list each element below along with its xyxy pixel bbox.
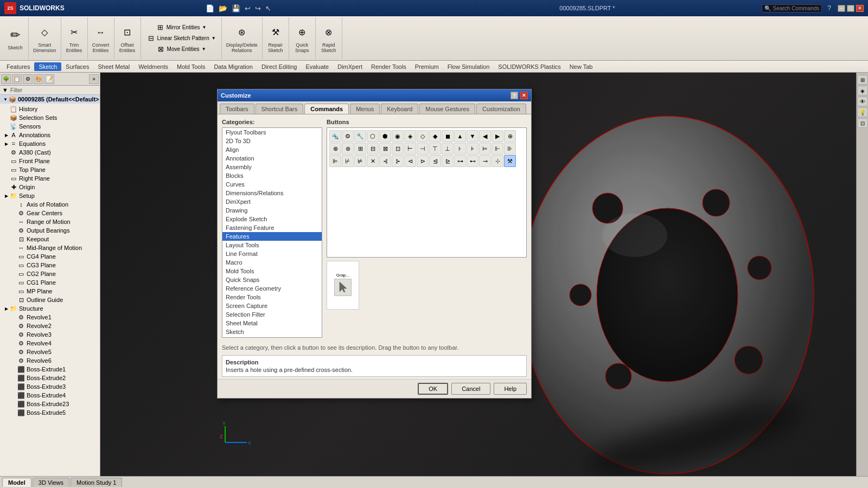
btn-17[interactable]: ⊛ (342, 143, 354, 155)
tree-item-keepout[interactable]: ⊡ Keepout (0, 235, 100, 243)
btn-35[interactable]: ⊰ (379, 155, 391, 167)
menu-mold-tools[interactable]: Mold Tools (173, 62, 209, 71)
tab-motion-study[interactable]: Motion Study 1 (71, 478, 122, 487)
category-screen-capture[interactable]: Screen Capture (222, 301, 322, 310)
category-fastening-feature[interactable]: Fastening Feature (222, 223, 322, 232)
btn-12[interactable]: ▼ (467, 130, 478, 142)
tree-expander[interactable]: ▶ (3, 305, 10, 312)
btn-31[interactable]: ⊫ (329, 155, 341, 167)
restore-btn[interactable]: □ (847, 5, 854, 12)
tab-keyboard[interactable]: Keyboard (381, 104, 418, 114)
convert-entities-button[interactable]: ↔ ConvertEntities (90, 22, 112, 55)
config-tab[interactable]: ⚙ (23, 74, 33, 84)
help-button[interactable]: Help (494, 383, 527, 395)
btn-20[interactable]: ⊠ (379, 143, 391, 155)
close-btn[interactable]: ✕ (856, 5, 864, 12)
expand-panel-btn[interactable]: » (89, 74, 99, 84)
menu-flow-sim[interactable]: Flow Simulation (443, 62, 494, 71)
btn-2[interactable]: ⚙ (342, 130, 354, 142)
tree-item-revolve5[interactable]: ⚙ Revolve5 (0, 348, 100, 356)
feature-tree-tab[interactable]: 🌳 (1, 74, 11, 84)
btn-40[interactable]: ⊵ (442, 155, 454, 167)
select-icon[interactable]: ↖ (265, 4, 271, 12)
properties-tab[interactable]: 📋 (12, 74, 22, 84)
tree-item-a380-(cast)[interactable]: ⚙ A380 (Cast) (0, 148, 100, 157)
tab-customization[interactable]: Customization (476, 104, 526, 114)
btn-7[interactable]: ◈ (404, 130, 416, 142)
tree-item-boss-extrude3[interactable]: ⬛ Boss-Extrude3 (0, 382, 100, 391)
btn-25[interactable]: ⊥ (442, 143, 454, 155)
btn-36[interactable]: ⊱ (392, 155, 404, 167)
tree-item-cg1-plane[interactable]: ▭ CG1 Plane (0, 278, 100, 287)
tree-item-cg4-plane[interactable]: ▭ CG4 Plane (0, 252, 100, 261)
tree-root[interactable]: ▼ 📦 00009285 (Default<<Default> (0, 95, 100, 104)
repair-sketch-button[interactable]: ⚒ RepairSketch (265, 22, 286, 55)
tree-expander[interactable]: ▶ (3, 192, 10, 199)
tree-item-gear-centers[interactable]: ⚙ Gear Centers (0, 209, 100, 217)
display-delete-button[interactable]: ⊛ Display/DeleteRelations (224, 22, 260, 55)
appearance-tab[interactable]: 🎨 (34, 74, 43, 84)
btn-24[interactable]: ⊤ (429, 143, 441, 155)
linear-pattern-dropdown-icon[interactable]: ▼ (212, 36, 216, 41)
category-solidworks-mbd[interactable]: SOLIDWORKS MBD (222, 336, 322, 338)
btn-37[interactable]: ⊲ (404, 155, 416, 167)
undo-icon[interactable]: ↩ (245, 4, 251, 12)
menu-sketch[interactable]: Sketch (34, 62, 61, 71)
tree-item-boss-extrude5[interactable]: ⬛ Boss-Extrude5 (0, 408, 100, 417)
tree-expander[interactable]: ▶ (3, 132, 10, 138)
btn-10[interactable]: ◼ (442, 130, 454, 142)
tree-item-annotations[interactable]: ▶ A Annotations (0, 131, 100, 139)
tree-item-revolve3[interactable]: ⚙ Revolve3 (0, 330, 100, 339)
minimize-btn[interactable]: ─ (838, 5, 845, 12)
btn-22[interactable]: ⊢ (404, 143, 416, 155)
btn-11[interactable]: ▲ (454, 130, 466, 142)
btn-8[interactable]: ◇ (417, 130, 429, 142)
category-line-format[interactable]: Line Format (222, 249, 322, 258)
menu-direct-editing[interactable]: Direct Editing (257, 62, 301, 71)
btn-4[interactable]: ⬡ (367, 130, 379, 142)
category-dimensions/relations[interactable]: Dimensions/Relations (222, 189, 322, 197)
btn-15[interactable]: ⊕ (504, 130, 516, 142)
category-layout-tools[interactable]: Layout Tools (222, 241, 322, 249)
category-mold-tools[interactable]: Mold Tools (222, 267, 322, 275)
tree-item-cg2-plane[interactable]: ▭ CG2 Plane (0, 269, 100, 278)
menu-sw-plastics[interactable]: SOLIDWORKS Plastics (494, 62, 565, 71)
tab-menus[interactable]: Menus (350, 104, 380, 114)
category-sheet-metal[interactable]: Sheet Metal (222, 319, 322, 328)
btn-3[interactable]: 🔧 (354, 130, 366, 142)
category-reference-geometry[interactable]: Reference Geometry (222, 284, 322, 293)
btn-34[interactable]: ✕ (367, 155, 379, 167)
menu-surfaces[interactable]: Surfaces (61, 62, 93, 71)
btn-41[interactable]: ⊶ (454, 155, 466, 167)
btn-5[interactable]: ⬢ (379, 130, 391, 142)
category-macro[interactable]: Macro (222, 258, 322, 267)
smart-dimension-button[interactable]: ◇ SmartDimension (31, 22, 59, 55)
menu-premium[interactable]: Premium (411, 62, 443, 71)
btn-9[interactable]: ◆ (429, 130, 441, 142)
tab-toolbars[interactable]: Toolbars (220, 104, 254, 114)
btn-28[interactable]: ⊨ (479, 143, 491, 155)
help-icon[interactable]: ? (827, 4, 831, 12)
category-render-tools[interactable]: Render Tools (222, 293, 322, 301)
tree-item-output-bearings[interactable]: ⚙ Output Bearings (0, 226, 100, 235)
menu-new-tab[interactable]: New Tab (565, 62, 597, 71)
btn-39[interactable]: ⊴ (429, 155, 441, 167)
quick-snaps-button[interactable]: ⊕ QuickSnaps (291, 22, 313, 55)
tree-item-right-plane[interactable]: ▭ Right Plane (0, 174, 100, 183)
btn-33[interactable]: ⊭ (354, 155, 366, 167)
category-drawing[interactable]: Drawing (222, 206, 322, 215)
category-dimxpert[interactable]: DimXpert (222, 197, 322, 206)
tree-item-boss-extrude4[interactable]: ⬛ Boss-Extrude4 (0, 391, 100, 400)
btn-14[interactable]: ▶ (492, 130, 503, 142)
btn-27[interactable]: ⊧ (467, 143, 478, 155)
menu-evaluate[interactable]: Evaluate (301, 62, 333, 71)
btn-21[interactable]: ⊡ (392, 143, 404, 155)
tree-expander[interactable]: ▶ (3, 140, 10, 147)
category-assembly[interactable]: Assembly (222, 163, 322, 171)
new-icon[interactable]: 📄 (206, 4, 214, 12)
cancel-button[interactable]: Cancel (451, 383, 490, 395)
tab-shortcut-bars[interactable]: Shortcut Bars (256, 104, 304, 114)
tree-item-boss-extrude1[interactable]: ⬛ Boss-Extrude1 (0, 365, 100, 374)
tree-item-outline-guide[interactable]: ⊡ Outline Guide (0, 296, 100, 304)
btn-13[interactable]: ◀ (479, 130, 491, 142)
